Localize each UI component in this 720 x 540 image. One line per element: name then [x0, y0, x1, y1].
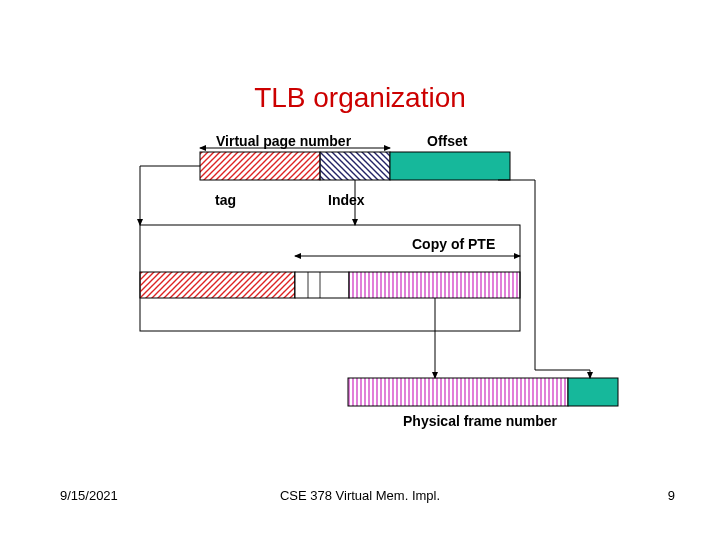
svg-rect-6 [140, 272, 295, 298]
svg-rect-8 [295, 272, 349, 298]
diagram-svg [0, 0, 720, 540]
svg-rect-13 [348, 378, 568, 406]
svg-rect-1 [200, 152, 320, 180]
svg-rect-3 [390, 152, 510, 180]
svg-rect-2 [320, 152, 390, 180]
svg-rect-14 [568, 378, 618, 406]
svg-rect-11 [349, 272, 520, 298]
